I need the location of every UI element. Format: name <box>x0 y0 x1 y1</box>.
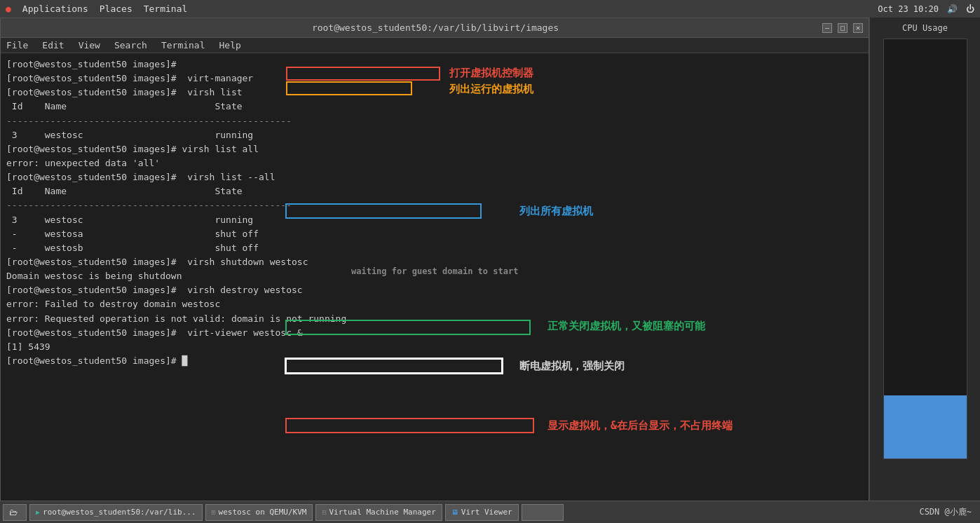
taskbar-blank[interactable] <box>522 504 564 521</box>
menu-edit[interactable]: Edit <box>39 40 67 50</box>
term-line-19: [root@westos_student50 images]# virsh sh… <box>6 255 863 269</box>
datetime-display: Oct 23 10:20 <box>878 4 939 14</box>
virt-viewer-annotation: 显示虚拟机，&在后台显示，不占用终端 <box>547 418 733 434</box>
term-line-20: Domain westosc is being shutdown <box>6 269 863 283</box>
menu-file[interactable]: File <box>4 40 31 50</box>
terminal-titlebar: root@westos_student50:/var/lib/libvirt/i… <box>1 18 869 38</box>
power-icon[interactable]: ⏻ <box>966 4 974 14</box>
taskbar-viewer-label: Virt Viewer <box>461 508 512 517</box>
taskbar-terminal-label: root@westos_student50:/var/lib... <box>43 508 196 517</box>
cpu-panel-title: CPU Usage <box>902 23 948 33</box>
taskbar-kvm[interactable]: ⊞ westosc on QEMU/KVM <box>205 504 313 521</box>
terminal-menu[interactable]: Terminal <box>144 4 188 14</box>
taskbar: 🗁 ▶ root@westos_student50:/var/lib... ⊞ … <box>0 501 980 523</box>
volume-icon[interactable]: 🔊 <box>947 4 958 14</box>
terminal-title-text: root@westos_student50:/var/lib/libvirt/i… <box>48 22 822 33</box>
terminal-window: root@westos_student50:/var/lib/libvirt/i… <box>0 18 869 508</box>
term-line-28: [root@westos_student50 images]# █ <box>6 354 863 368</box>
terminal-menubar: File Edit View Search Terminal Help <box>1 38 869 53</box>
term-line-17: - westosb shut off <box>6 241 863 255</box>
taskbar-vm-manager[interactable]: ⊟ Virtual Machine Manager <box>315 504 442 521</box>
term-line-9: [root@westos_student50 images]# virsh li… <box>6 142 863 156</box>
virt-viewer-highlight-box <box>285 418 534 433</box>
term-line-5: ----------------------------------------… <box>6 114 863 128</box>
system-bar-right: Oct 23 10:20 🔊 ⏻ <box>878 4 974 14</box>
taskbar-file-manager[interactable]: 🗁 <box>3 504 27 521</box>
term-line-12: Id Name State <box>6 184 863 198</box>
term-line-1: [root@westos_student50 images]# <box>6 57 863 72</box>
term-line-13: ----------------------------------------… <box>6 198 863 212</box>
menu-view[interactable]: View <box>76 40 103 50</box>
system-bar-left: ● Applications Places Terminal <box>6 4 187 14</box>
term-line-3: [root@westos_student50 images]# virsh li… <box>6 86 863 100</box>
maximize-button[interactable]: □ <box>838 23 848 33</box>
term-line-27: [1] 5439 <box>6 340 863 354</box>
term-line-10: error: unexpected data 'all' <box>6 156 863 170</box>
term-line-22: [root@westos_student50 images]# virsh de… <box>6 283 863 297</box>
system-bar: ● Applications Places Terminal Oct 23 10… <box>0 0 980 18</box>
taskbar-right-label: CSDN @小鹿~ <box>919 506 977 518</box>
places-menu[interactable]: Places <box>100 4 132 14</box>
cpu-bar-container <box>883 39 967 459</box>
taskbar-terminal[interactable]: ▶ root@westos_student50:/var/lib... <box>29 504 203 521</box>
window-controls[interactable]: — □ ✕ <box>822 23 863 33</box>
minimize-button[interactable]: — <box>822 23 832 33</box>
terminal-content[interactable]: [root@westos_student50 images]# [root@we… <box>1 53 869 508</box>
term-line-24: error: Requested operation is not valid:… <box>6 312 863 326</box>
term-line-7: 3 westosc running <box>6 128 863 142</box>
cpu-panel: CPU Usage <box>869 18 980 508</box>
cpu-bar <box>884 395 967 459</box>
apple-icon: ● <box>6 4 11 14</box>
term-line-4: Id Name State <box>6 100 863 114</box>
term-line-23: error: Failed to destroy domain westosc <box>6 297 863 311</box>
menu-terminal[interactable]: Terminal <box>158 40 208 50</box>
taskbar-vm-label: Virtual Machine Manager <box>329 508 435 517</box>
menu-help[interactable]: Help <box>217 40 244 50</box>
applications-menu[interactable]: Applications <box>22 4 88 14</box>
close-button[interactable]: ✕ <box>853 23 863 33</box>
menu-search[interactable]: Search <box>111 40 150 50</box>
term-line-11: [root@westos_student50 images]# virsh li… <box>6 170 863 184</box>
taskbar-kvm-label: westosc on QEMU/KVM <box>219 508 307 517</box>
term-line-16: - westosa shut off <box>6 227 863 241</box>
term-line-26: [root@westos_student50 images]# virt-vie… <box>6 326 863 340</box>
term-line-2: [root@westos_student50 images]# virt-man… <box>6 72 863 86</box>
taskbar-virt-viewer[interactable]: 🖥 Virt Viewer <box>445 504 519 521</box>
term-line-15: 3 westosc running <box>6 213 863 227</box>
